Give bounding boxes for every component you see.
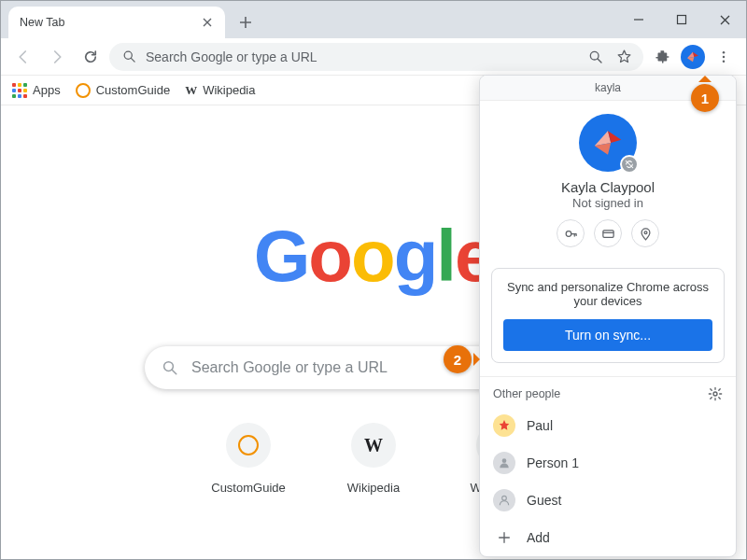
menu-button[interactable] — [709, 42, 739, 72]
maximize-button[interactable] — [660, 4, 703, 35]
close-window-button[interactable] — [703, 4, 746, 35]
svg-point-5 — [723, 60, 726, 63]
apps-grid-icon — [12, 83, 27, 98]
address-bar-placeholder: Search Google or type a URL — [146, 49, 317, 64]
profile-status: Not signed in — [495, 196, 721, 210]
customguide-icon — [226, 423, 271, 468]
minimize-button[interactable] — [617, 4, 660, 35]
ntp-search-placeholder: Search Google or type a URL — [191, 359, 388, 376]
forward-button[interactable] — [42, 42, 72, 72]
turn-on-sync-button[interactable]: Turn on sync... — [503, 319, 712, 351]
browser-toolbar: Search Google or type a URL — [1, 38, 746, 76]
window-controls — [617, 1, 746, 38]
tab-title: New Tab — [20, 16, 64, 29]
apps-label: Apps — [33, 83, 61, 97]
other-people-header: Other people — [493, 387, 560, 400]
profile-button[interactable] — [681, 45, 705, 69]
wikipedia-icon: W — [351, 423, 396, 468]
svg-point-9 — [566, 231, 571, 236]
svg-point-11 — [644, 231, 647, 233]
profile-popover: kayla Kayla Claypool Not signed in Sync … — [479, 75, 737, 557]
shortcut-label: Wikipedia — [347, 481, 400, 495]
address-bar[interactable]: Search Google or type a URL — [109, 43, 643, 71]
new-tab-button[interactable] — [233, 9, 259, 35]
customguide-icon — [76, 83, 91, 98]
profile-item-add[interactable]: Add — [480, 519, 736, 556]
callout-step-2: 2 — [444, 345, 472, 373]
zoom-icon[interactable] — [584, 45, 608, 69]
tab-strip: New Tab — [1, 1, 746, 38]
origami-bird-icon — [685, 49, 700, 64]
profile-item-paul[interactable]: Paul — [480, 407, 736, 444]
profile-item-label: Paul — [527, 418, 553, 433]
profile-item-person1[interactable]: Person 1 — [480, 444, 736, 482]
addresses-icon[interactable] — [631, 219, 659, 247]
profile-name: Kayla Claypool — [495, 179, 721, 195]
google-logo: Google — [254, 214, 494, 299]
svg-point-4 — [723, 55, 726, 58]
svg-point-12 — [713, 392, 717, 396]
passwords-icon[interactable] — [557, 219, 585, 247]
bookmark-label: Wikipedia — [203, 83, 255, 97]
sync-card: Sync and personalize Chrome across your … — [491, 268, 725, 363]
avatar-icon — [493, 414, 515, 437]
profile-avatar — [579, 114, 637, 172]
sync-off-badge-icon — [620, 155, 639, 174]
svg-rect-0 — [678, 16, 686, 24]
svg-point-13 — [502, 458, 507, 463]
apps-shortcut[interactable]: Apps — [12, 83, 61, 98]
reload-button[interactable] — [76, 42, 106, 72]
bookmark-star-icon[interactable] — [612, 45, 636, 69]
bookmark-customguide[interactable]: CustomGuide — [76, 83, 170, 98]
avatar-icon — [493, 452, 515, 474]
profile-item-label: Guest — [527, 493, 561, 508]
svg-point-14 — [502, 496, 507, 500]
svg-rect-10 — [602, 230, 613, 237]
extensions-icon[interactable] — [647, 42, 677, 72]
shortcut-wikipedia[interactable]: W Wikipedia — [329, 423, 418, 495]
svg-point-3 — [723, 51, 726, 54]
bookmark-wikipedia[interactable]: W Wikipedia — [185, 83, 255, 98]
sync-message: Sync and personalize Chrome across your … — [503, 280, 712, 308]
payments-icon[interactable] — [594, 219, 622, 247]
search-icon — [162, 359, 178, 376]
back-button[interactable] — [8, 42, 38, 72]
callout-step-1: 1 — [691, 84, 719, 112]
search-icon — [122, 49, 136, 63]
manage-people-gear-icon[interactable] — [708, 386, 723, 401]
plus-icon — [493, 526, 515, 549]
shortcut-customguide[interactable]: CustomGuide — [204, 423, 293, 495]
profile-item-label: Person 1 — [527, 455, 579, 470]
profile-item-guest[interactable]: Guest — [480, 482, 736, 519]
origami-bird-icon — [590, 125, 626, 161]
bookmark-label: CustomGuide — [96, 83, 170, 97]
tab-active[interactable]: New Tab — [8, 7, 225, 38]
profile-item-label: Add — [527, 530, 550, 545]
guest-icon — [493, 489, 515, 511]
shortcut-label: CustomGuide — [211, 481, 285, 495]
close-tab-icon[interactable] — [201, 16, 214, 29]
